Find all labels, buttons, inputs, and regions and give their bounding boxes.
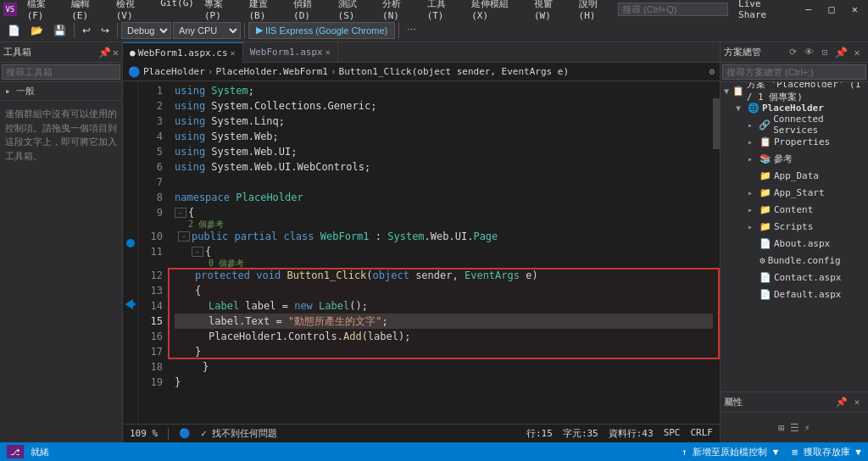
minimize-btn[interactable]: — bbox=[798, 3, 818, 15]
props-close-icon[interactable]: ✕ bbox=[849, 395, 865, 410]
tree-references[interactable]: ▸ 📚 參考 bbox=[721, 150, 868, 167]
fold-icon-9[interactable]: - bbox=[175, 208, 186, 218]
redo-btn[interactable]: ↪ bbox=[97, 21, 114, 40]
more-toolbar-btns[interactable]: ⋯ bbox=[403, 21, 420, 40]
sync-icon[interactable]: ⟳ bbox=[785, 45, 800, 60]
menu-project[interactable]: 專案(P) bbox=[199, 0, 244, 23]
menu-tools[interactable]: 工具(T) bbox=[422, 0, 467, 23]
open-btn[interactable]: 📂 bbox=[26, 21, 47, 40]
line-num-6: 6 bbox=[138, 159, 163, 175]
filter-icon[interactable]: ⊡ bbox=[817, 45, 832, 60]
menu-file[interactable]: 檔案(F) bbox=[22, 0, 67, 23]
breakpoint-indicator bbox=[123, 236, 137, 251]
properties-subpanel-title: 屬性 bbox=[724, 396, 834, 408]
tree-contact[interactable]: 📄 Contact.aspx bbox=[721, 269, 868, 286]
tree-properties[interactable]: ▸ 📋 Properties bbox=[721, 133, 868, 150]
fold-icon-11[interactable]: - bbox=[192, 247, 203, 257]
props-pin-icon[interactable]: 📌 bbox=[834, 395, 849, 410]
gear-icon[interactable]: ⚙ bbox=[709, 66, 715, 77]
code-line-16: PlaceHolder1.Controls.Add(label); bbox=[175, 329, 720, 344]
props-list-icon[interactable]: ☰ bbox=[790, 422, 799, 434]
menu-git[interactable]: Git(G) bbox=[155, 0, 199, 23]
props-event-icon[interactable]: ⚡ bbox=[804, 422, 810, 434]
tree-appdata[interactable]: 📁 App_Data bbox=[721, 167, 868, 184]
filepath-part3[interactable]: Button1_Click(object sender, EventArgs e… bbox=[339, 66, 570, 77]
highlight-region-container: protected void Button1_Click(object send… bbox=[175, 268, 720, 359]
solution-search-input[interactable] bbox=[722, 64, 866, 80]
menu-ext[interactable]: 延伸模組(X) bbox=[466, 0, 529, 23]
new-project-btn[interactable]: 📄 bbox=[3, 21, 25, 40]
menu-debug[interactable]: 偵錯(D) bbox=[288, 0, 333, 23]
toolbox-general-section[interactable]: ▸ 一般 bbox=[0, 82, 122, 101]
tab-close-icon-cs[interactable]: ✕ bbox=[231, 48, 236, 58]
toolbox-search-input[interactable] bbox=[2, 64, 120, 80]
properties-folder-icon: 📋 bbox=[760, 136, 771, 147]
menu-test[interactable]: 測試(S) bbox=[333, 0, 378, 23]
close-btn[interactable]: ✕ bbox=[845, 3, 865, 15]
scrollbar-thumb[interactable] bbox=[713, 98, 720, 149]
filepath-part1[interactable]: PlaceHolder bbox=[143, 66, 205, 77]
vertical-scrollbar[interactable] bbox=[713, 81, 720, 424]
code-editor: 1 2 3 4 5 6 7 8 9 . 10 11 . 12 13 14 15 … bbox=[123, 81, 720, 424]
menu-build[interactable]: 建置(B) bbox=[244, 0, 289, 23]
zoom-level[interactable]: 109 % bbox=[130, 428, 158, 439]
run-btn[interactable]: ▶ IIS Express (Google Chrome) bbox=[248, 22, 395, 39]
tree-appstart[interactable]: ▸ 📁 App_Start bbox=[721, 184, 868, 201]
tree-about[interactable]: 📄 About.aspx bbox=[721, 235, 868, 252]
menu-analyze[interactable]: 分析(N) bbox=[377, 0, 422, 23]
toolbox-close-icon[interactable]: ✕ bbox=[113, 47, 119, 58]
menu-help[interactable]: 說明(H) bbox=[574, 0, 619, 23]
code-line-7 bbox=[175, 175, 720, 190]
tab-webform1-cs[interactable]: ● WebForm1.aspx.cs ✕ bbox=[123, 42, 243, 63]
git-branch-btn[interactable]: ↑ 新增至原始檔控制 ▼ bbox=[682, 446, 779, 458]
props-grid-icon[interactable]: ⊞ bbox=[778, 422, 784, 434]
git-icon: ⎇ bbox=[7, 445, 24, 458]
tree-scripts[interactable]: ▸ 📁 Scripts bbox=[721, 218, 868, 235]
maximize-btn[interactable]: □ bbox=[822, 3, 842, 15]
menu-edit[interactable]: 編輯(E) bbox=[66, 0, 111, 23]
fold-icon-10[interactable]: - bbox=[178, 231, 190, 242]
line-num-17: 17 bbox=[138, 344, 163, 359]
editor-tab-bar: ● WebForm1.aspx.cs ✕ WebForm1.aspx ✕ bbox=[123, 42, 720, 63]
appdata-icon: 📁 bbox=[760, 170, 771, 181]
tree-arrow-ref: ▸ bbox=[748, 154, 760, 164]
save-btn[interactable]: 💾 bbox=[49, 21, 70, 40]
menu-view[interactable]: 檢視(V) bbox=[111, 0, 156, 23]
crlf-indicator[interactable]: CRLF bbox=[691, 427, 714, 440]
status-bar: ⎇ 就緒 ↑ 新增至原始檔控制 ▼ ⊞ 獲取存放庫 ▼ bbox=[0, 442, 868, 461]
close-solution-icon[interactable]: ✕ bbox=[849, 45, 865, 60]
cpu-config-select[interactable]: Any CPU bbox=[173, 22, 241, 39]
code-line-10-ref: 2 個參考 bbox=[175, 220, 720, 229]
collapse-icon[interactable]: 📌 bbox=[833, 45, 849, 60]
toolbar-sep-4 bbox=[398, 23, 399, 38]
line-num-16: 16 bbox=[138, 329, 163, 344]
properties-subpanel: 屬性 📌 ✕ ⊞ ☰ ⚡ bbox=[721, 392, 868, 442]
line-num-9: 9 bbox=[138, 205, 163, 220]
status-text: 就緒 bbox=[31, 446, 49, 458]
undo-btn[interactable]: ↩ bbox=[78, 21, 95, 40]
tree-solution-root[interactable]: ▼ 📋 方案 'PlaceHolder' (1 / 1 個專案) bbox=[721, 82, 868, 99]
repo-btn[interactable]: ⊞ 獲取存放庫 ▼ bbox=[793, 446, 862, 458]
tree-bundle[interactable]: ⚙ Bundle.config bbox=[721, 252, 868, 269]
global-search-input[interactable] bbox=[618, 3, 728, 16]
sep bbox=[168, 428, 169, 440]
tree-connected-services[interactable]: ▸ 🔗 Connected Services bbox=[721, 116, 868, 133]
solution-header: 方案總管 ⟳ 👁 ⊡ 📌 ✕ bbox=[721, 42, 868, 63]
references-label: 參考 bbox=[774, 153, 793, 165]
code-content[interactable]: using System; using System.Collections.G… bbox=[168, 81, 720, 424]
line-num-2: 2 bbox=[138, 98, 163, 114]
show-all-icon[interactable]: 👁 bbox=[801, 45, 816, 60]
spc-indicator[interactable]: SPC bbox=[664, 427, 681, 440]
toolbar-sep-1 bbox=[74, 23, 75, 38]
tab-webform1-aspx[interactable]: WebForm1.aspx ✕ bbox=[243, 42, 338, 63]
tab-close-icon-aspx[interactable]: ✕ bbox=[326, 47, 331, 57]
live-share-btn[interactable]: Live Share bbox=[732, 0, 795, 20]
filepath-part2[interactable]: PlaceHolder.WebForm1 bbox=[215, 66, 327, 77]
toolbox-panel: 工具箱 📌 ✕ ▸ 一般 連個群組中沒有可以使用的控制項。請拖曳一個項目到這段文… bbox=[0, 42, 123, 442]
tree-default[interactable]: 📄 Default.aspx bbox=[721, 286, 868, 303]
toolbox-pin-icon[interactable]: 📌 bbox=[98, 47, 111, 58]
menu-window[interactable]: 視窗(W) bbox=[529, 0, 574, 23]
debug-config-select[interactable]: Debug bbox=[121, 22, 171, 39]
tree-content[interactable]: ▸ 📁 Content bbox=[721, 201, 868, 218]
code-line-14: Label label = new Label(); bbox=[175, 298, 720, 314]
